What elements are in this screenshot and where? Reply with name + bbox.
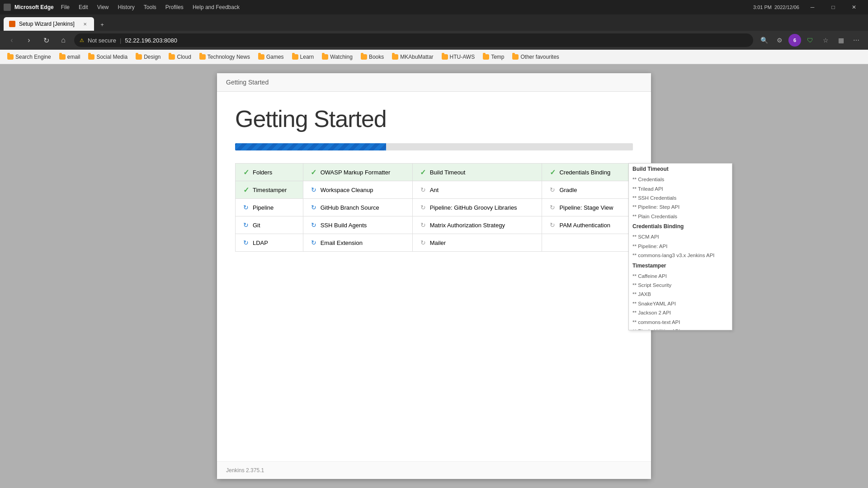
cell-content: ✓ OWASP Markup Formatter [310,168,406,176]
menu-profiles[interactable]: Profiles [162,3,187,11]
table-cell-workspace-cleanup: ↻ Workspace Cleanup [303,181,412,199]
window-controls: ─ □ ✕ [802,0,864,14]
tooltip-section-credentials: Credentials Binding [629,221,732,232]
bookmark-games[interactable]: Games [255,52,288,61]
table-row: ↻ Git ↻ SSH Build Agents [236,216,633,234]
security-label: Not secure [88,37,116,44]
address-text[interactable]: 52.22.196.203:8080 [125,37,748,44]
address-bar: ‹ › ↻ ⌂ ⚠ Not secure | 52.22.196.203:808… [0,31,868,50]
titlebar: Microsoft Edge File Edit View History To… [0,0,868,14]
check-icon: ✓ [419,168,427,176]
back-button[interactable]: ‹ [5,34,18,47]
bookmark-tech-news[interactable]: Technology News [196,52,254,61]
menu-edit[interactable]: Edit [75,3,92,11]
version-label: Jenkins 2.375.1 [226,467,264,474]
maximize-button[interactable]: □ [823,0,844,14]
bookmark-mkabumattar[interactable]: MKAbuMattar [388,52,437,61]
profile-icon[interactable]: 6 [788,34,801,47]
progress-bar-background [235,143,633,150]
new-tab-button[interactable]: + [96,18,108,31]
bookmark-label: Technology News [208,54,250,60]
favorites-icon[interactable]: ☆ [819,34,832,47]
check-icon: ✓ [242,186,250,194]
folder-icon [88,54,94,60]
folder-icon [258,54,264,60]
home-button[interactable]: ⌂ [57,34,70,47]
bookmark-label: Search Engine [15,54,51,60]
cell-content: ↻ Ant [419,186,536,194]
bookmark-cloud[interactable]: Cloud [165,52,194,61]
bookmark-htu-aws[interactable]: HTU-AWS [438,52,479,61]
sync-icon: ↻ [310,239,318,247]
table-cell-ssh-build-agents: ↻ SSH Build Agents [303,216,412,234]
plugin-name: Workspace Cleanup [321,187,373,193]
plugin-name: GitHub Branch Source [321,204,379,211]
cell-content: ✓ Build Timeout [419,168,536,176]
tab-close-button[interactable]: ✕ [81,20,89,28]
sync-icon: ↻ [310,186,318,194]
table-cell-timestamper: ✓ Timestamper [236,181,303,199]
progress-bar-fill [235,143,386,150]
bookmark-email[interactable]: email [56,52,84,61]
more-tools-icon[interactable]: ⋯ [850,34,863,47]
plugin-name: Email Extension [321,239,363,246]
search-icon[interactable]: 🔍 [758,34,770,47]
bookmark-books[interactable]: Books [357,52,387,61]
address-divider: | [120,37,121,44]
bookmark-other[interactable]: Other favourites [509,52,562,61]
table-cell-pipeline-github-groovy: ↻ Pipeline: GitHub Groovy Libraries [412,199,542,216]
cell-content: ↻ Gradle [548,186,626,194]
cell-content: ↻ Git [242,221,297,229]
cell-content: ↻ Workspace Cleanup [310,186,406,194]
tooltip-item: ** Pipeline: API [629,242,732,251]
tooltip-item: ** commons-lang3 v3.x Jenkins API [629,251,732,260]
tooltip-item: ** Caffeine API [629,272,732,281]
dependency-panel: Build Timeout ** Credentials ** Trilead … [628,163,732,330]
cell-content: ↻ LDAP [242,239,297,247]
bookmark-search-engine[interactable]: Search Engine [4,52,55,61]
menu-history[interactable]: History [114,3,138,11]
bookmark-learn[interactable]: Learn [288,52,318,61]
bookmark-design[interactable]: Design [132,52,164,61]
collections-icon[interactable]: ▦ [835,34,847,47]
cell-content: ↻ GitHub Branch Source [310,203,406,211]
forward-button[interactable]: › [23,34,35,47]
settings-icon[interactable]: ⚙ [773,34,786,47]
bookmark-temp[interactable]: Temp [479,52,508,61]
jenkins-window: Getting Started Getting Started [217,73,651,479]
toolbar-icons: 🔍 ⚙ 6 🛡 ☆ ▦ ⋯ [758,34,863,47]
plugin-name: Gradle [559,187,577,193]
tooltip-section-timestamper: Timestamper [629,260,732,272]
tooltip-item: ** SnakeYAML API [629,299,732,308]
menu-tools[interactable]: Tools [140,3,160,11]
folder-icon [7,54,14,60]
close-button[interactable]: ✕ [844,0,864,14]
jenkins-header: Getting Started [217,73,651,92]
bookmark-watching[interactable]: Watching [318,52,356,61]
bookmark-label: Watching [330,54,353,60]
folder-icon [442,54,448,60]
menu-file[interactable]: File [57,3,73,11]
menu-help[interactable]: Help and Feedback [189,3,243,11]
app-name: Microsoft Edge [14,4,54,10]
table-cell-owasp: ✓ OWASP Markup Formatter [303,164,412,181]
cell-content: ↻ Mailer [419,239,536,247]
menu-view[interactable]: View [94,3,113,11]
system-date: 2022/12/06 [774,5,799,10]
plugin-name: Mailer [430,239,446,246]
tab-favicon [9,21,15,27]
plugin-name: Ant [430,187,439,193]
minimize-button[interactable]: ─ [802,0,823,14]
plugin-name: LDAP [253,239,268,246]
cell-content: ✓ Folders [242,168,297,176]
titlebar-left: Microsoft Edge File Edit View History To… [4,3,750,11]
folder-icon [136,54,142,60]
refresh-button[interactable]: ↻ [40,34,52,47]
bookmark-social-media[interactable]: Social Media [85,52,131,61]
extension-icon[interactable]: 🛡 [804,34,816,47]
bookmark-label: Games [266,54,284,60]
cell-content: ↻ PAM Authentication [548,221,626,229]
plugin-name: Matrix Authorization Strategy [430,222,505,229]
address-box[interactable]: ⚠ Not secure | 52.22.196.203:8080 [74,33,753,47]
active-tab[interactable]: Setup Wizard [Jenkins] ✕ [4,17,94,31]
